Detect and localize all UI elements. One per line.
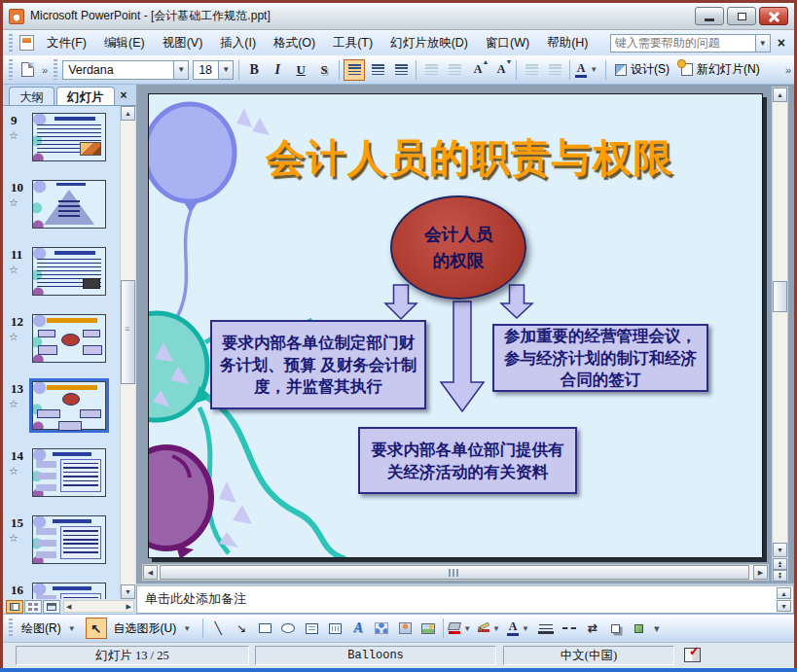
chevron-down-icon[interactable]: ▼ [218, 61, 233, 79]
scroll-up-button[interactable]: ▲ [121, 106, 135, 121]
rectangle-tool[interactable] [254, 618, 275, 639]
menu-item[interactable]: 帮助(H) [538, 32, 597, 54]
scroll-down-button[interactable]: ▼ [773, 543, 787, 557]
tab-outline[interactable]: 大纲 [9, 87, 54, 105]
chevron-down-icon[interactable]: ▼ [460, 624, 474, 633]
overflow-chevron-icon[interactable]: » [39, 64, 51, 76]
animation-star-icon[interactable]: ☆ [9, 331, 18, 343]
sidebar-scrollbar[interactable]: ▲ ▼ [120, 106, 135, 599]
previous-slide-button[interactable]: ▲▲ [773, 558, 787, 570]
scroll-right-button[interactable]: ▶ [753, 565, 768, 580]
font-size-select[interactable]: 18 ▼ [193, 60, 234, 80]
arrow-style-button[interactable]: ⇄ [582, 618, 603, 639]
slide-thumbnail-9[interactable]: 9☆ [3, 113, 136, 161]
language-indicator[interactable]: 中文(中国) [503, 646, 674, 665]
scrollbar-thumb[interactable] [160, 565, 749, 580]
sidebar-close-icon[interactable]: × [121, 88, 127, 102]
spellcheck-icon[interactable] [684, 648, 701, 662]
vertical-textbox-tool[interactable] [324, 618, 345, 639]
autoshapes-button[interactable]: 自选图形(U) ▼ [108, 618, 200, 639]
scrollbar-thumb[interactable] [121, 280, 135, 384]
oval-tool[interactable] [277, 618, 299, 639]
diagram-tool[interactable] [371, 618, 392, 639]
animation-star-icon[interactable]: ☆ [9, 465, 18, 477]
slide-thumbnail-15[interactable]: 15☆ [3, 515, 136, 564]
thumbnail-preview[interactable] [32, 247, 106, 296]
notes-scrollbar[interactable]: ▲ ▼ [777, 587, 792, 612]
tab-slides[interactable]: 幻灯片 [56, 87, 115, 105]
menu-item[interactable]: 文件(F) [38, 32, 95, 54]
scroll-down-button[interactable]: ▼ [777, 600, 791, 612]
animation-star-icon[interactable]: ☆ [9, 196, 18, 209]
slide-thumbnail-10[interactable]: 10☆ [3, 180, 136, 229]
slide-canvas[interactable]: 要求内部各单位制定部门财务计划、预算 及财务会计制度，并监督其执行 参加重要的经… [148, 93, 763, 558]
thumbnail-preview[interactable] [32, 583, 106, 599]
menu-item[interactable]: 幻灯片放映(D) [381, 32, 477, 54]
chevron-down-icon[interactable]: ▼ [489, 624, 503, 633]
slide-sorter-view-button[interactable] [24, 600, 42, 614]
slide-thumbnail-11[interactable]: 11☆ [3, 247, 136, 296]
align-left-button[interactable] [344, 59, 365, 81]
textbox-tool[interactable] [301, 618, 322, 639]
insert-picture-tool[interactable] [417, 618, 439, 639]
sidebar-hscrollbar[interactable]: ◀ ▶ [63, 600, 134, 613]
slide-thumbnail-14[interactable]: 14☆ [3, 448, 136, 497]
font-name-select[interactable]: Verdana ▼ [62, 60, 189, 80]
design-template-name[interactable]: Balloons [255, 646, 496, 665]
authority-ellipse[interactable]: 会计人员 的权限 [390, 195, 526, 300]
close-button[interactable] [759, 7, 788, 25]
select-objects-button[interactable]: ↖ [86, 618, 107, 639]
slide-thumbnail-12[interactable]: 12☆ [3, 314, 136, 363]
animation-star-icon[interactable]: ☆ [9, 398, 18, 410]
minimize-button[interactable] [695, 7, 724, 25]
arrow-tool[interactable]: ↘ [231, 618, 252, 639]
thumbnail-preview[interactable] [32, 448, 106, 497]
thumbnail-preview[interactable] [32, 113, 106, 161]
line-tool[interactable]: ╲ [207, 618, 229, 639]
font-color-button[interactable]: A ▼ [574, 59, 601, 81]
increase-font-button[interactable]: A▲ [467, 59, 489, 81]
down-arrow-center[interactable] [441, 301, 484, 411]
decrease-indent-button[interactable] [521, 59, 542, 81]
align-right-button[interactable] [390, 59, 412, 81]
slide-thumbnail-16[interactable]: 16☆ [3, 583, 136, 599]
toolbar-grip[interactable] [9, 34, 13, 52]
design-button[interactable]: 设计(S) [609, 59, 675, 81]
bullets-button[interactable] [444, 59, 465, 81]
thumbnail-preview[interactable] [32, 180, 106, 229]
underline-button[interactable]: U [290, 59, 311, 81]
normal-view-button[interactable] [6, 600, 23, 614]
editor-vscrollbar[interactable]: ▲ ▼ ▲▲ ▼▼ [772, 87, 788, 582]
menu-item[interactable]: 工具(T) [324, 32, 381, 54]
toolbar-grip[interactable] [9, 619, 13, 638]
dash-style-button[interactable] [559, 618, 580, 639]
increase-indent-button[interactable] [544, 59, 565, 81]
menu-item[interactable]: 插入(I) [211, 32, 265, 54]
scroll-up-button[interactable]: ▲ [777, 587, 791, 599]
slideshow-view-button[interactable] [43, 600, 60, 614]
help-input[interactable] [610, 34, 756, 53]
chevron-down-icon[interactable]: ▼ [519, 624, 532, 633]
editor-hscrollbar[interactable]: ◀ ▶ [142, 564, 769, 581]
notes-placeholder[interactable]: 单击此处添加备注 [145, 590, 246, 608]
scroll-down-button[interactable]: ▼ [121, 584, 135, 599]
scroll-up-button[interactable]: ▲ [773, 88, 787, 102]
shadow-style-button[interactable] [605, 618, 627, 639]
italic-button[interactable]: I [267, 59, 288, 81]
text-shadow-button[interactable]: S [313, 59, 335, 81]
slide-thumbnail-13[interactable]: 13☆ [3, 381, 136, 430]
scroll-right-button[interactable]: ▶ [127, 603, 131, 611]
down-arrow-left[interactable] [385, 285, 417, 319]
thumbnail-preview[interactable] [32, 381, 106, 430]
menu-item[interactable]: 格式(O) [265, 32, 324, 54]
restore-button[interactable] [727, 7, 756, 25]
help-dropdown-icon[interactable]: ▼ [756, 34, 771, 53]
box-left[interactable]: 要求内部各单位制定部门财务计划、预算 及财务会计制度，并监督其执行 [210, 320, 426, 409]
fill-color-button[interactable]: ▼ [448, 618, 475, 639]
menu-item[interactable]: 窗口(W) [477, 32, 538, 54]
menu-item[interactable]: 视图(V) [154, 32, 212, 54]
scrollbar-thumb[interactable] [773, 281, 787, 312]
scroll-left-button[interactable]: ◀ [66, 603, 71, 611]
decrease-font-button[interactable]: A▼ [490, 59, 512, 81]
animation-star-icon[interactable]: ☆ [9, 264, 18, 276]
